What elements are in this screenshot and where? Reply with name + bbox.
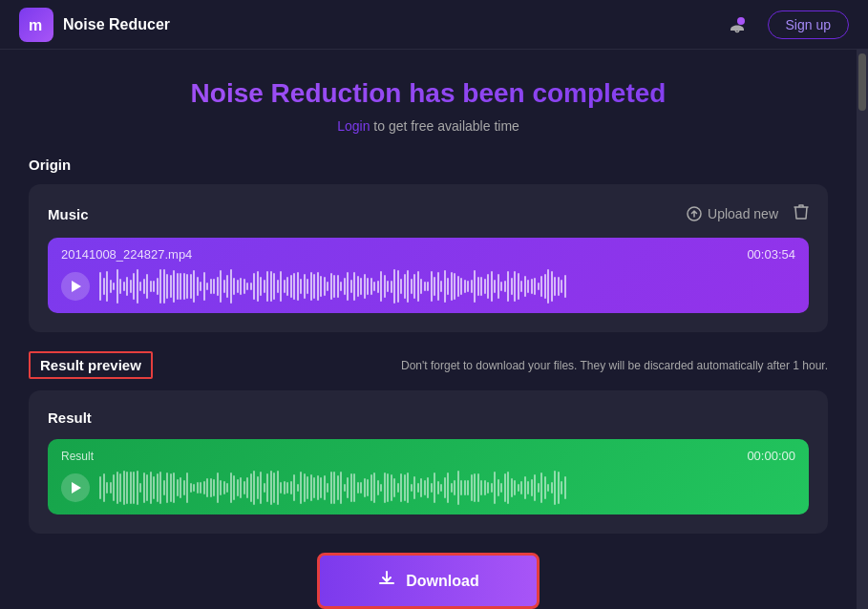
waveform-bar bbox=[350, 473, 352, 501]
waveform-bar bbox=[170, 275, 172, 298]
waveform-bar bbox=[477, 277, 479, 296]
waveform-bar bbox=[210, 478, 212, 497]
waveform-bar bbox=[454, 273, 455, 300]
waveform-bar bbox=[183, 273, 185, 300]
waveform-bar bbox=[507, 271, 509, 302]
waveform-bar bbox=[243, 481, 245, 495]
waveform-bar bbox=[384, 275, 386, 298]
waveform-bar bbox=[139, 282, 141, 291]
waveform-bar bbox=[518, 273, 519, 300]
waveform-bar bbox=[347, 477, 349, 498]
result-card: Result Result 00:00:00 bbox=[29, 390, 828, 534]
waveform-bar bbox=[344, 278, 346, 296]
notification-icon[interactable] bbox=[722, 10, 752, 40]
audio-info-row: 20141008_224827.mp4 00:03:54 bbox=[61, 247, 795, 262]
waveform-bar bbox=[370, 474, 372, 501]
waveform-bar bbox=[393, 269, 395, 304]
waveform-bar bbox=[297, 272, 299, 301]
waveform-bar bbox=[110, 280, 112, 293]
waveform-bar bbox=[527, 280, 529, 294]
waveform-bar bbox=[333, 472, 335, 503]
card-actions: Upload new bbox=[687, 203, 809, 224]
waveform-bar bbox=[180, 273, 181, 299]
waveform-bar bbox=[558, 472, 560, 504]
sign-up-button[interactable]: Sign up bbox=[768, 10, 849, 39]
waveform-bar bbox=[417, 271, 419, 303]
waveform-bar bbox=[380, 484, 382, 493]
waveform-bar bbox=[99, 476, 101, 500]
waveform-bar bbox=[103, 473, 105, 502]
waveform-bar bbox=[327, 282, 328, 292]
waveform-bar bbox=[286, 482, 288, 494]
waveform-bar bbox=[293, 474, 295, 500]
waveform-bar bbox=[133, 472, 135, 505]
waveform-bar bbox=[183, 480, 185, 494]
waveform-bar bbox=[457, 276, 459, 296]
waveform-bar bbox=[411, 279, 413, 294]
svg-point-1 bbox=[737, 17, 745, 25]
origin-play-button[interactable] bbox=[61, 272, 90, 301]
waveform-bar bbox=[223, 280, 225, 293]
waveform-bar bbox=[507, 472, 509, 503]
download-button[interactable]: Download bbox=[317, 553, 539, 609]
waveform-bar bbox=[157, 278, 159, 295]
waveform-bar bbox=[166, 472, 168, 503]
delete-icon[interactable] bbox=[794, 203, 809, 224]
waveform-bar bbox=[457, 471, 459, 504]
waveform-bar bbox=[230, 472, 232, 502]
login-link[interactable]: Login bbox=[337, 118, 370, 134]
app-logo: m bbox=[19, 8, 53, 42]
waveform-bar bbox=[106, 482, 108, 494]
waveform-bar bbox=[411, 484, 413, 492]
waveform-bar bbox=[347, 272, 349, 300]
waveform-bar bbox=[197, 277, 199, 296]
waveform-bar bbox=[454, 480, 455, 495]
waveform-bar bbox=[163, 269, 165, 303]
waveform-bar bbox=[237, 280, 239, 292]
scrollbar-track[interactable] bbox=[857, 50, 868, 609]
waveform-bar bbox=[277, 280, 279, 294]
waveform-bar bbox=[504, 281, 506, 293]
waveform-bar bbox=[113, 283, 115, 290]
waveform-bar bbox=[540, 472, 542, 503]
waveform-bar bbox=[273, 472, 275, 502]
waveform-bar bbox=[300, 279, 302, 294]
waveform-bar bbox=[511, 278, 513, 296]
waveform-bar bbox=[360, 278, 362, 295]
waveform-bar bbox=[290, 275, 292, 298]
result-play-button[interactable] bbox=[61, 473, 90, 502]
waveform-bar bbox=[514, 271, 516, 303]
waveform-bar bbox=[280, 482, 282, 494]
waveform-bar bbox=[313, 274, 315, 298]
waveform-bar bbox=[190, 483, 192, 493]
waveform-bar bbox=[424, 282, 426, 291]
upload-new-button[interactable]: Upload new bbox=[687, 206, 778, 221]
scrollbar-thumb[interactable] bbox=[858, 53, 866, 111]
waveform-bar bbox=[190, 274, 192, 299]
waveform-bar bbox=[139, 483, 141, 493]
audio-controls-row bbox=[61, 269, 795, 304]
waveform-bar bbox=[460, 278, 462, 295]
waveform-bar bbox=[310, 474, 312, 502]
waveform-bar bbox=[110, 482, 112, 493]
waveform-bar bbox=[561, 481, 562, 495]
waveform-bar bbox=[340, 282, 342, 291]
waveform-bar bbox=[203, 481, 205, 494]
waveform-bar bbox=[153, 281, 155, 293]
waveform-bar bbox=[264, 483, 265, 493]
waveform-bar bbox=[373, 472, 375, 503]
waveform-bar bbox=[464, 480, 466, 495]
waveform-bar bbox=[240, 477, 242, 498]
waveform-bar bbox=[367, 479, 369, 496]
waveform-bar bbox=[561, 280, 562, 294]
result-audio-duration: 00:00:00 bbox=[747, 449, 795, 463]
waveform-bar bbox=[293, 273, 295, 299]
waveform-bar bbox=[126, 277, 128, 296]
waveform-bar bbox=[200, 282, 201, 290]
waveform-bar bbox=[544, 274, 546, 299]
waveform-bar bbox=[534, 278, 536, 294]
result-waveform bbox=[99, 471, 795, 505]
waveform-bar bbox=[290, 481, 292, 495]
login-prompt: Login to get free available time bbox=[29, 118, 828, 134]
waveform-bar bbox=[547, 484, 549, 492]
